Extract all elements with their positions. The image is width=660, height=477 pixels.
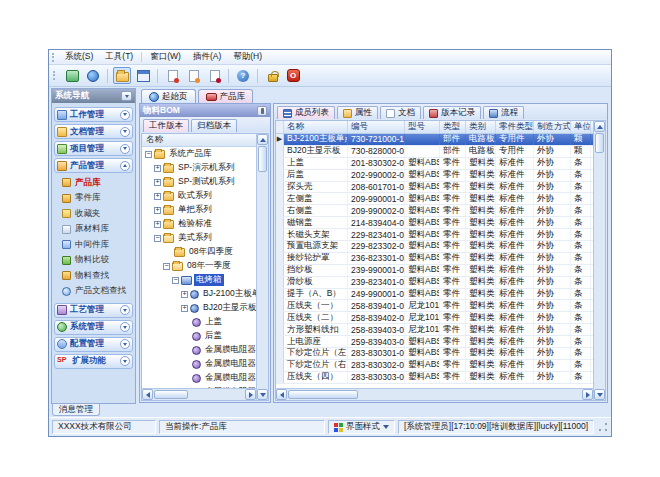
- column-header-名称[interactable]: 名称: [284, 121, 348, 133]
- expand-icon[interactable]: +: [154, 221, 161, 228]
- collapse-icon[interactable]: −: [163, 263, 170, 270]
- tree-node-16[interactable]: 金属膜电阻器: [142, 357, 256, 371]
- sidebar-item-中间件库[interactable]: 中间件库: [57, 238, 133, 251]
- table-row[interactable]: 磁钢盖214-839404-01X塑料ABS零件塑料类标准件外协条: [276, 217, 593, 229]
- lock-button[interactable]: [263, 67, 281, 84]
- tree-node-12[interactable]: +BJ20主显示板: [142, 301, 256, 315]
- member-tab-流程[interactable]: 流程: [483, 106, 524, 119]
- column-header-制造方式[interactable]: 制造方式: [534, 121, 571, 133]
- tree-node-10[interactable]: −电烤箱: [142, 273, 256, 287]
- doc-tab-起始页[interactable]: 起始页: [141, 89, 196, 103]
- table-row[interactable]: ▶BJ-2100主板单点730-721000-12X部件电路板专用件外协颗: [276, 134, 593, 146]
- tree-node-2[interactable]: +SP-演示机系列: [142, 161, 256, 175]
- window-button[interactable]: [134, 67, 152, 84]
- table-row[interactable]: 压线夹（一）258-839401-00X尼龙1010零件塑料类标准件外协条: [276, 300, 593, 312]
- group-toggle-button[interactable]: [120, 339, 130, 349]
- toolbar-grip[interactable]: [52, 53, 55, 62]
- group-toggle-button[interactable]: [120, 110, 130, 120]
- scroll-right-button[interactable]: [245, 389, 256, 400]
- tree-node-7[interactable]: −美式系列: [142, 231, 256, 245]
- version-tab-工作版本[interactable]: 工作版本: [143, 119, 189, 132]
- tree-node-13[interactable]: 上盖: [142, 315, 256, 329]
- table-row[interactable]: 上电源座259-839403-00X塑料ABS零件塑料类标准件外协条: [276, 336, 593, 348]
- table-row[interactable]: 左侧盖209-990001-01X塑料ABS零件塑料类标准件外协条: [276, 193, 593, 205]
- scroll-left-button[interactable]: [142, 389, 153, 400]
- member-tab-成员列表[interactable]: 成员列表: [277, 106, 335, 119]
- scrollbar-thumb[interactable]: [154, 390, 188, 399]
- tree-node-11[interactable]: +BJ-2100主板单点: [142, 287, 256, 301]
- expand-icon[interactable]: +: [181, 291, 188, 298]
- resize-grip[interactable]: [598, 422, 608, 432]
- scrollbar-thumb[interactable]: [258, 146, 267, 172]
- scroll-down-button[interactable]: [594, 389, 605, 400]
- table-row[interactable]: 滑纱板239-823401-00X塑料ABS零件塑料类标准件外协条: [276, 277, 593, 289]
- scroll-right-button[interactable]: [582, 389, 593, 400]
- table-row[interactable]: 方形塑料线扣258-839403-00X尼龙1010零件塑料类标准件外协条: [276, 324, 593, 336]
- table-row[interactable]: 上盖201-830302-00X塑料ABS零件塑料类标准件外协条: [276, 158, 593, 170]
- expand-icon[interactable]: +: [154, 193, 161, 200]
- tree-vertical-scrollbar[interactable]: [256, 134, 268, 400]
- group-toggle-button[interactable]: [120, 161, 130, 171]
- expand-icon[interactable]: +: [181, 305, 188, 312]
- table-row[interactable]: 挡纱板239-990001-01X塑料ABS零件塑料类标准件外协条: [276, 265, 593, 277]
- expand-icon[interactable]: +: [154, 165, 161, 172]
- menu-item-5[interactable]: 帮助(H): [227, 50, 268, 64]
- table-row[interactable]: 下纱定位片（右）283-830302-00X塑料ABS零件塑料类标准件外协条: [276, 360, 593, 372]
- exit-button[interactable]: O: [284, 67, 302, 84]
- sidebar-item-零件库[interactable]: 零件库: [57, 192, 133, 205]
- scroll-left-button[interactable]: [276, 389, 287, 400]
- scroll-down-button[interactable]: [257, 389, 268, 400]
- workspace-button[interactable]: [63, 67, 81, 84]
- group-toggle-button[interactable]: [120, 305, 130, 315]
- menu-item-2[interactable]: 工具(T): [99, 50, 139, 64]
- member-tab-属性[interactable]: 属性: [337, 106, 378, 119]
- sidebar-group-2[interactable]: 文档管理: [54, 124, 133, 139]
- menu-item-4[interactable]: 插件(A): [187, 50, 227, 64]
- column-header-零件类型[interactable]: 零件类型: [496, 121, 534, 133]
- open-library-button[interactable]: [113, 67, 131, 84]
- sidebar-item-收藏夹[interactable]: 收藏夹: [57, 207, 133, 220]
- table-row[interactable]: 预置电源支架229-823302-00X塑料ABS零件塑料类标准件外协条: [276, 241, 593, 253]
- collapse-icon[interactable]: −: [145, 151, 152, 158]
- scrollbar-thumb[interactable]: [595, 133, 604, 153]
- table-row[interactable]: 探头壳208-601701-01X塑料ABS零件塑料类标准件外协条: [276, 182, 593, 194]
- sidebar-group-6[interactable]: 系统管理: [54, 320, 133, 335]
- sidebar-group-3[interactable]: 项目管理: [54, 141, 133, 156]
- collapse-icon[interactable]: −: [172, 277, 179, 284]
- sidebar-item-物料查找[interactable]: 物料查找: [57, 269, 133, 282]
- column-header-单位[interactable]: 单位: [571, 121, 591, 133]
- menu-item-3[interactable]: 窗口(W): [144, 50, 187, 64]
- tree-node-6[interactable]: +检验标准: [142, 217, 256, 231]
- sidebar-item-产品文档查找[interactable]: 产品文档查找: [57, 285, 133, 298]
- tree-node-3[interactable]: +SP-测试机系列: [142, 175, 256, 189]
- menu-item-1[interactable]: 系统(S): [59, 50, 99, 64]
- sidebar-group-4[interactable]: 产品管理: [54, 158, 133, 173]
- sidebar-item-物料比较[interactable]: 物料比较: [57, 254, 133, 267]
- scroll-up-button[interactable]: [594, 121, 605, 132]
- table-row[interactable]: 右侧盖209-990002-01X塑料ABS零件塑料类标准件外协条: [276, 205, 593, 217]
- expand-icon[interactable]: +: [154, 179, 161, 186]
- table-vertical-scrollbar[interactable]: [593, 121, 605, 400]
- table-row[interactable]: 压线夹（四）283-830303-00X塑料ABS零件塑料类标准件外协条: [276, 372, 593, 384]
- tree-node-8[interactable]: 08年四季度: [142, 245, 256, 259]
- group-toggle-button[interactable]: [120, 356, 130, 366]
- table-row[interactable]: 后盖202-990002-01X塑料ABS零件塑料类标准件外协条: [276, 170, 593, 182]
- doc-delete-button[interactable]: [205, 67, 223, 84]
- group-toggle-button[interactable]: [120, 144, 130, 154]
- doc-close-button[interactable]: [163, 67, 181, 84]
- table-row[interactable]: 压线夹（二）258-839402-00X尼龙1010零件塑料类标准件外协条: [276, 312, 593, 324]
- doc-sync-button[interactable]: [184, 67, 202, 84]
- table-row[interactable]: 接纱轮护罩236-823301-00X塑料ABS零件塑料类标准件外协条: [276, 253, 593, 265]
- table-row[interactable]: BJ20主显示板730-828000-04X部件电路板专用件外协颗: [276, 146, 593, 158]
- sidebar-group-8[interactable]: SP扩展功能: [54, 354, 133, 369]
- tree-node-5[interactable]: +单把系列: [142, 203, 256, 217]
- column-header-型号[interactable]: 型号: [405, 121, 440, 133]
- column-header-类别[interactable]: 类别: [466, 121, 496, 133]
- pin-button[interactable]: [257, 106, 267, 116]
- help-button[interactable]: ?: [234, 67, 252, 84]
- tree-node-4[interactable]: +欧式系列: [142, 189, 256, 203]
- tree-column-header[interactable]: 名称: [142, 134, 256, 147]
- scroll-up-button[interactable]: [257, 134, 268, 145]
- column-header-类型[interactable]: 类型: [440, 121, 466, 133]
- sidebar-group-7[interactable]: 配置管理: [54, 337, 133, 352]
